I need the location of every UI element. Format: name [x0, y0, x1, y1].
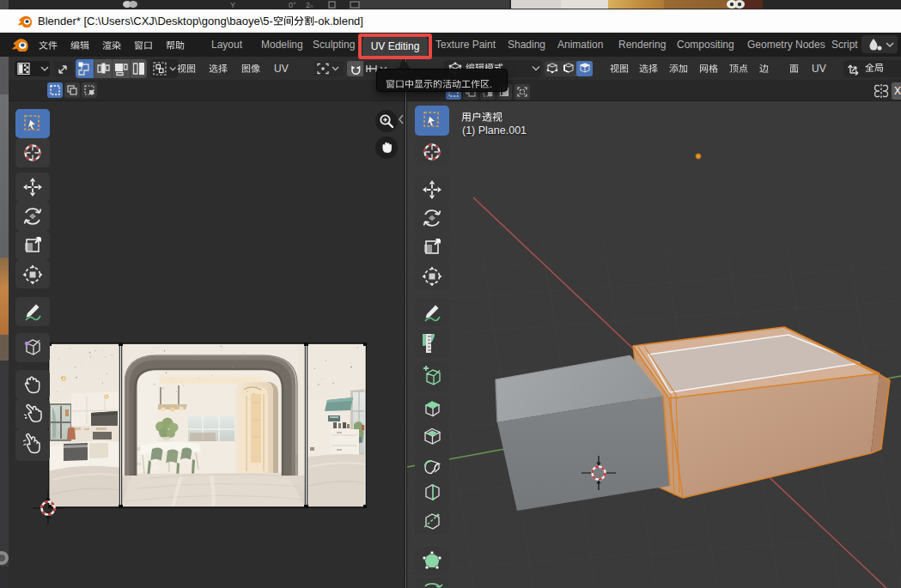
svg-text:Y: Y — [230, 1, 235, 9]
svg-text:2ₙ: 2ₙ — [306, 1, 314, 9]
svg-text:0°: 0° — [289, 1, 296, 9]
